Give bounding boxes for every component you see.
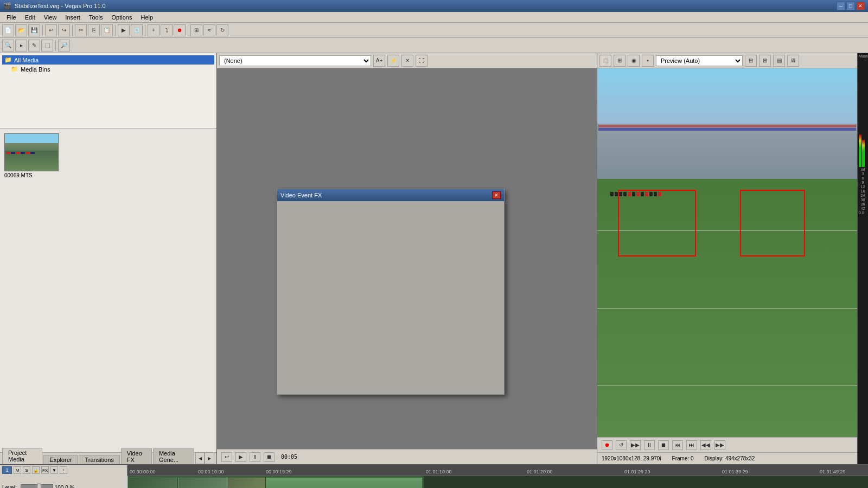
window-controls: ─ □ ✕ — [837, 2, 865, 10]
menu-view[interactable]: View — [40, 13, 61, 22]
rt-btn2[interactable]: ⊞ — [614, 55, 626, 67]
redo-button[interactable]: ↪ — [58, 24, 70, 36]
ripple-button[interactable]: ≈ — [203, 24, 215, 36]
maximize-button[interactable]: □ — [846, 2, 855, 10]
menu-help[interactable]: Help — [136, 13, 157, 22]
rc-vol-down[interactable]: ◀◀ — [700, 440, 711, 450]
rt-btn6[interactable]: ⊞ — [759, 55, 771, 67]
app-icon: 🎬 — [3, 2, 11, 10]
rc-stop[interactable]: ⏹ — [658, 440, 669, 450]
rc-pause[interactable]: ⏸ — [644, 440, 655, 450]
ext-mark-5: 01:01:49:29 — [820, 469, 846, 474]
cut-button[interactable]: ✂ — [75, 24, 87, 36]
menu-options[interactable]: Options — [107, 13, 137, 22]
save-button[interactable]: 💾 — [28, 24, 40, 36]
new-button[interactable]: 📄 — [2, 24, 14, 36]
menu-tools[interactable]: Tools — [85, 13, 107, 22]
meter-value: 0.0 — [859, 211, 867, 215]
ext-mark-1: 01:01:10:00 — [426, 469, 452, 474]
dialog-close-button[interactable]: ✕ — [492, 191, 501, 199]
menu-insert[interactable]: Insert — [61, 13, 85, 22]
tab-scroll-left[interactable]: ◀ — [195, 452, 205, 464]
prev-stop-button[interactable]: ⏹ — [264, 452, 275, 462]
thumb-preview — [5, 134, 58, 171]
copy-button[interactable]: ⎘ — [88, 24, 100, 36]
select-button[interactable]: ⬚ — [41, 40, 53, 52]
rt-btn7[interactable]: ▤ — [773, 55, 785, 67]
rc-prev[interactable]: ⏮ — [672, 440, 683, 450]
track1-menu[interactable]: ▼ — [50, 466, 58, 474]
tab-transitions[interactable]: Transitions — [79, 455, 119, 464]
rt-btn5[interactable]: ⊟ — [745, 55, 757, 67]
preview-toolbar: (None) A+ ⚡ ✕ ⛶ — [217, 53, 597, 68]
rc-vol-up[interactable]: ▶▶ — [714, 440, 725, 450]
playhead — [127, 476, 128, 488]
source-select[interactable]: (None) — [219, 55, 371, 66]
rc-play-pause[interactable]: ▶▶ — [630, 440, 641, 450]
track1-mute[interactable]: M — [14, 466, 21, 474]
burn-button[interactable]: 💿 — [131, 24, 143, 36]
media-thumbnail[interactable] — [4, 133, 59, 171]
right-status: 1920x1080x128, 29.970i Frame: 0 Display:… — [597, 452, 857, 464]
sep2 — [72, 25, 73, 36]
prev-rewind-button[interactable]: ↩ — [221, 452, 232, 462]
tree-media-bins[interactable]: 📁 Media Bins — [2, 65, 214, 74]
video-clip-1[interactable] — [129, 477, 423, 488]
menu-bar: File Edit View Insert Tools Options Help — [0, 12, 868, 23]
paste-button[interactable]: 📋 — [101, 24, 113, 36]
rc-refresh[interactable]: ↺ — [616, 440, 627, 450]
video-track[interactable] — [127, 476, 424, 488]
prev-play-button[interactable]: ▶ — [235, 452, 246, 462]
add-media-button[interactable]: + — [148, 24, 159, 36]
ext-video-track[interactable] — [424, 476, 868, 488]
tab-explorer[interactable]: Explorer — [43, 455, 78, 464]
track1-fx[interactable]: FX — [41, 466, 49, 474]
zoom-in-button[interactable]: 🔍 — [2, 40, 14, 52]
rt-btn8[interactable]: 🖥 — [787, 55, 799, 67]
undo-button[interactable]: ↩ — [45, 24, 57, 36]
track-controls: 1 M S 🔒 FX ▼ ⋮ Level: 100.0 % 2 ⏺ M — [0, 465, 127, 488]
preview-zoom-in[interactable]: A+ — [373, 55, 385, 67]
right-panel: ⬚ ⊞ ◉ ▪ Preview (Auto) ⊟ ⊞ ▤ 🖥 — [597, 53, 857, 464]
meter-label: Master — [859, 54, 867, 58]
envelope-button[interactable]: ✎ — [28, 40, 40, 52]
rc-record[interactable]: ⏺ — [602, 440, 612, 450]
tab-media-gen[interactable]: Media Gene... — [153, 448, 194, 464]
close-button[interactable]: ✕ — [856, 2, 865, 10]
menu-edit[interactable]: Edit — [21, 13, 40, 22]
track1-fader[interactable] — [21, 484, 53, 488]
track1-solo[interactable]: S — [23, 466, 30, 474]
frame-1 — [129, 478, 178, 488]
rc-next[interactable]: ⏭ — [686, 440, 697, 450]
snap-button[interactable]: ⊞ — [190, 24, 202, 36]
rt-btn4[interactable]: ▪ — [642, 55, 654, 67]
zoom-timeline-button[interactable]: 🔎 — [58, 40, 70, 52]
right-toolbar: ⬚ ⊞ ◉ ▪ Preview (Auto) ⊟ ⊞ ▤ 🖥 — [597, 53, 857, 68]
preview-mode-select[interactable]: Preview (Auto) — [656, 55, 743, 66]
video-event-fx-dialog[interactable]: Video Event FX ✕ — [277, 189, 505, 395]
tab-video-fx[interactable]: Video FX — [121, 448, 152, 464]
menu-file[interactable]: File — [2, 13, 21, 22]
open-button[interactable]: 📂 — [15, 24, 27, 36]
loop-button[interactable]: ↻ — [216, 24, 228, 36]
dialog-titlebar: Video Event FX ✕ — [277, 189, 504, 201]
track1-lock[interactable]: 🔒 — [32, 466, 40, 474]
prev-pause-button[interactable]: ⏸ — [250, 452, 260, 462]
cursor-button[interactable]: ▸ — [15, 40, 27, 52]
preview-reset[interactable]: ✕ — [401, 55, 413, 67]
extended-ruler: 01:01:10:00 01:01:20:00 01:01:29:29 01:0… — [424, 465, 868, 476]
tab-project-media[interactable]: Project Media — [2, 448, 42, 464]
rt-btn3[interactable]: ◉ — [628, 55, 640, 67]
preview-fullscreen[interactable]: ⛶ — [416, 55, 427, 67]
render-button[interactable]: ▶ — [118, 24, 130, 36]
import-button[interactable]: ⤵ — [161, 24, 173, 36]
level-text: Inf — [861, 168, 865, 171]
minimize-button[interactable]: ─ — [837, 2, 845, 10]
preview-zoom-out[interactable]: ⚡ — [387, 55, 399, 67]
tab-scroll-right[interactable]: ▶ — [205, 452, 214, 464]
record-button[interactable]: ⏺ — [174, 24, 186, 36]
media-bins-label: Media Bins — [21, 66, 50, 73]
rt-btn1[interactable]: ⬚ — [599, 55, 611, 67]
track1-more[interactable]: ⋮ — [60, 466, 67, 474]
tree-all-media[interactable]: 📁 All Media — [2, 55, 214, 65]
